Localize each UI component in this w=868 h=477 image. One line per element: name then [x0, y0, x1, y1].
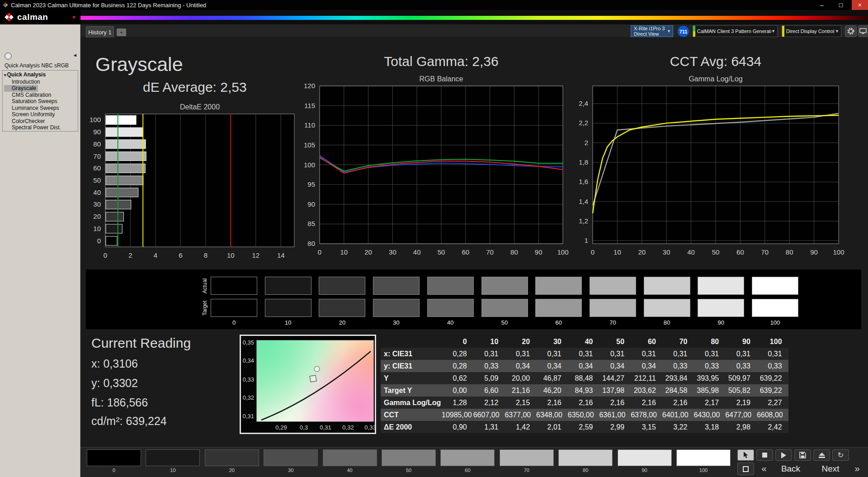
tab-history-1[interactable]: History 1	[86, 26, 114, 38]
sidebar-item-luminance-sweeps[interactable]: Luminance Sweeps	[4, 105, 78, 112]
close-button[interactable]: ×	[852, 0, 868, 10]
display-button[interactable]	[858, 25, 868, 37]
row-label: Target Y	[381, 384, 442, 397]
minimize-button[interactable]: –	[814, 0, 830, 10]
gamma-chart-title: Gamma Log/Log	[593, 75, 839, 83]
pattern-patch-30[interactable]: 30	[264, 448, 318, 476]
y-axis-tick: 105	[304, 141, 315, 149]
next-button[interactable]: Next	[812, 463, 849, 475]
save-icon	[799, 452, 806, 458]
table-header-cell: 70	[662, 335, 694, 348]
pointer-tool-button[interactable]	[737, 449, 754, 461]
patch-swatch	[676, 449, 731, 466]
pattern-patch-20[interactable]: 20	[205, 448, 259, 476]
sidebar-item-colorchecker[interactable]: ColorChecker	[4, 118, 78, 125]
save-button[interactable]	[794, 449, 811, 461]
y-axis-tick: 20	[93, 213, 101, 220]
table-cell: 10985,00	[442, 409, 473, 421]
delta-e-bar-90	[106, 128, 143, 137]
cursor-icon	[743, 452, 749, 459]
display-control-dropdown[interactable]: Direct Display Control ▼	[782, 25, 841, 37]
patch-label: 30	[264, 468, 318, 473]
settings-button[interactable]	[845, 25, 857, 37]
table-cell: 6608,00	[757, 409, 788, 421]
maximize-button[interactable]: □	[833, 0, 849, 10]
pattern-patch-40[interactable]: 40	[323, 448, 377, 476]
tree-root-quick-analysis[interactable]: ▾Quick Analysis	[4, 71, 78, 79]
pattern-patch-bar: 0102030405060708090100	[86, 448, 739, 477]
sidebar-item-screen-uniformity[interactable]: Screen Uniformity	[4, 111, 78, 118]
patch-label: 40	[323, 468, 377, 473]
patch-swatch	[440, 449, 495, 466]
table-cell: 6348,00	[536, 409, 568, 421]
y-axis-tick: 50	[93, 176, 101, 184]
sidebar-item-spectral-power-dist[interactable]: Spectral Power Dist.	[4, 124, 78, 131]
grayscale-swatch-strip: Actual Target 0102030405060708090100	[86, 269, 861, 329]
x-axis-tick: 0	[104, 251, 107, 259]
back-button[interactable]: Back	[773, 463, 809, 475]
x-axis-tick: 6	[179, 251, 182, 259]
table-cell: 6350,00	[568, 409, 599, 421]
table-header-label	[381, 335, 442, 348]
table-cell: 1,28	[442, 397, 473, 409]
pattern-patch-100[interactable]: 100	[676, 448, 731, 476]
add-tab-button[interactable]: +	[117, 28, 126, 36]
y-axis-tick: 30	[93, 200, 101, 208]
pattern-patch-10[interactable]: 10	[146, 448, 200, 476]
meter-dropdown[interactable]: X-Rite i1Pro 3 Direct View ▼	[631, 25, 673, 37]
actual-swatch-50	[481, 277, 528, 295]
actual-swatch-80	[644, 277, 690, 295]
pattern-generator-dropdown[interactable]: CalMAN Client 3 Pattern Generator ▼	[693, 25, 778, 37]
target-swatch-60	[535, 299, 582, 317]
next-chevrons-icon[interactable]: »	[850, 463, 864, 475]
x-axis-tick: 40	[413, 248, 421, 256]
logo-dropdown-arrow-icon[interactable]: ▼	[71, 14, 76, 20]
pattern-patch-90[interactable]: 90	[618, 448, 672, 476]
table-cell: 6378,00	[631, 409, 662, 421]
table-cell: 0,28	[442, 360, 473, 372]
collapse-sidebar-icon[interactable]: ◂	[73, 52, 76, 58]
stop-button[interactable]	[756, 449, 773, 461]
eject-icon	[819, 453, 825, 458]
table-header-cell: 50	[599, 335, 631, 348]
meter-name: X-Rite i1Pro 3	[634, 26, 665, 31]
pattern-patch-60[interactable]: 60	[440, 448, 495, 476]
pattern-patch-0[interactable]: 0	[87, 448, 141, 476]
play-button[interactable]	[775, 449, 792, 461]
cie-chromaticity-inset: 0,350,340,330,320,310,290,30,310,320,33	[240, 335, 376, 434]
target-swatch-20	[319, 299, 365, 317]
table-cell: 3,18	[694, 421, 726, 433]
cie-diagram	[256, 340, 374, 422]
sidebar-item-grayscale[interactable]: Grayscale	[4, 85, 38, 92]
cct-average-heading: CCT Avg: 6434	[648, 54, 783, 69]
pattern-patch-70[interactable]: 70	[500, 448, 554, 476]
target-swatch-70	[590, 299, 636, 317]
cie-y-tick: 0,34	[241, 357, 254, 364]
table-cell: 0,33	[662, 360, 694, 372]
pattern-patch-80[interactable]: 80	[558, 448, 613, 476]
reading-cd: cd/m²: 639,224	[91, 415, 167, 428]
patch-label: 90	[618, 468, 672, 473]
sidebar-item-introduction[interactable]: Introduction	[4, 79, 78, 85]
calman-logo[interactable]: calman ▼	[0, 10, 80, 24]
stop-icon	[762, 453, 767, 458]
table-row-x-cie31: x: CIE310,280,310,310,310,310,310,310,31…	[381, 348, 788, 360]
x-axis-tick: 90	[535, 248, 542, 256]
x-axis-tick: 60	[462, 248, 469, 256]
sidebar-item-cms-calibration[interactable]: CMS Calibration	[4, 92, 78, 99]
pattern-patch-50[interactable]: 50	[382, 448, 436, 476]
refresh-button[interactable]: ↻	[832, 449, 849, 461]
sidebar-toggle-button[interactable]	[5, 52, 12, 60]
x-axis-tick: 0	[591, 248, 594, 256]
table-cell: 0,31	[505, 348, 536, 360]
stop-pattern-button[interactable]	[737, 463, 754, 475]
swatch-level-label-10: 10	[265, 319, 311, 326]
table-cell: 0,28	[442, 348, 473, 360]
y-axis-tick: 60	[93, 164, 101, 172]
row-label: CCT	[381, 409, 442, 421]
spectrum-gradient-strip	[80, 16, 868, 20]
back-chevrons-icon[interactable]: «	[757, 463, 771, 475]
eject-button[interactable]	[813, 449, 830, 461]
sidebar-item-saturation-sweeps[interactable]: Saturation Sweeps	[4, 98, 78, 105]
delta-e-bar-50	[106, 176, 143, 185]
